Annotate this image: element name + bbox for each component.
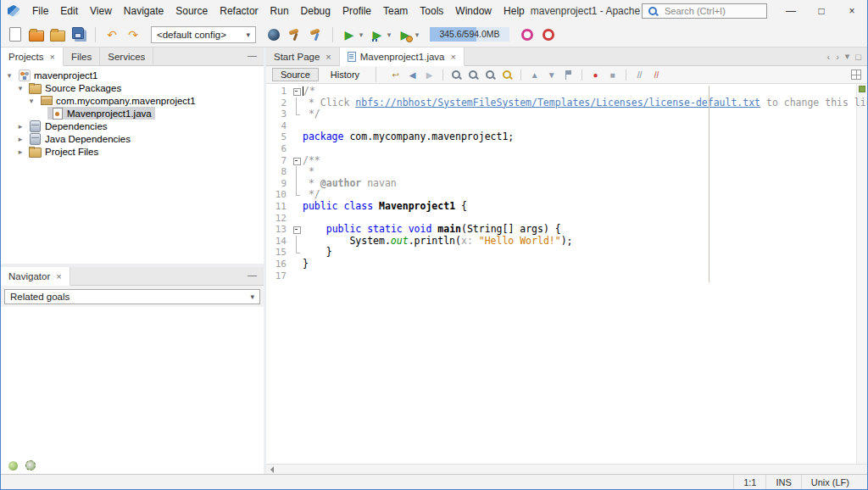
code-line[interactable] xyxy=(292,270,856,282)
new-project-icon[interactable] xyxy=(27,25,46,44)
code-line[interactable] xyxy=(292,120,856,132)
line-number[interactable]: 3 xyxy=(266,109,292,120)
panel-tab-projects[interactable]: Projects× xyxy=(1,47,64,66)
run-menu-icon[interactable]: ▾ xyxy=(357,25,365,44)
menu-navigate[interactable]: Navigate xyxy=(118,3,170,19)
navigator-sort-icon[interactable] xyxy=(7,459,19,471)
menu-help[interactable]: Help xyxy=(498,3,531,19)
editor-tab-start-page[interactable]: Start Page× xyxy=(266,47,340,65)
toggle-bookmark-icon[interactable] xyxy=(562,69,575,81)
debug-menu-icon[interactable]: ▾ xyxy=(385,25,393,44)
code-line[interactable]: /** xyxy=(292,155,856,167)
history-view-button[interactable]: History xyxy=(322,68,368,81)
minimize-panel-icon[interactable]: — xyxy=(248,50,257,60)
last-edit-position-icon[interactable]: ↩ xyxy=(389,69,402,81)
tree-item-project-files[interactable]: ▸Project Files xyxy=(1,145,264,158)
panel-tab-navigator[interactable]: Navigator× xyxy=(1,267,70,286)
toggle-highlight-search-icon[interactable] xyxy=(501,69,514,81)
record-macro-icon[interactable]: ● xyxy=(589,69,602,81)
line-number[interactable]: 16 xyxy=(266,259,292,270)
fold-toggle-icon[interactable] xyxy=(292,224,303,236)
line-number[interactable]: 11 xyxy=(266,201,292,213)
open-project-icon[interactable] xyxy=(48,25,67,44)
code-line[interactable]: public class Mavenproject1 { xyxy=(292,201,856,213)
tree-item-java-dependencies[interactable]: ▸Java Dependencies xyxy=(1,132,264,145)
navigator-scope-select[interactable]: Related goals xyxy=(4,289,260,304)
menu-refactor[interactable]: Refactor xyxy=(214,3,264,19)
close-tab-icon[interactable]: × xyxy=(326,52,331,62)
menu-window[interactable]: Window xyxy=(449,3,498,19)
minimize-panel-icon[interactable]: — xyxy=(248,270,257,280)
tree-item-mavenproject1[interactable]: ▾mavenproject1 xyxy=(1,69,264,81)
editor-tab-mavenproject1-java[interactable]: Mavenproject1.java× xyxy=(340,47,465,66)
close-tab-icon[interactable]: × xyxy=(50,52,55,62)
tree-item-com-mycompany-mavenproject1[interactable]: ▾com.mycompany.mavenproject1 xyxy=(1,94,264,107)
save-all-icon[interactable] xyxy=(70,25,88,44)
tab-scroll-right-icon[interactable]: › xyxy=(836,52,839,62)
line-number[interactable]: 2 xyxy=(266,97,292,109)
line-number[interactable]: 8 xyxy=(266,166,292,178)
comment-icon[interactable]: // xyxy=(633,69,646,81)
line-number[interactable]: 1 xyxy=(266,86,292,97)
maximize-button[interactable]: □ xyxy=(806,0,837,22)
expander-icon[interactable]: ▸ xyxy=(15,135,25,143)
set-default-browser-icon[interactable] xyxy=(264,25,283,44)
code-line[interactable]: */ xyxy=(292,109,856,120)
panel-tab-files[interactable]: Files xyxy=(64,47,100,65)
expander-icon[interactable]: ▾ xyxy=(26,97,36,105)
menu-debug[interactable]: Debug xyxy=(295,3,337,19)
menu-edit[interactable]: Edit xyxy=(54,3,84,19)
horizontal-scrollbar[interactable] xyxy=(266,464,867,474)
line-number-gutter[interactable]: 1234567891011121314151617 xyxy=(266,84,292,464)
undo-icon[interactable]: ↶ xyxy=(103,25,121,44)
code-line[interactable]: * xyxy=(292,166,856,178)
line-number[interactable]: 6 xyxy=(266,143,292,155)
code-line[interactable]: } xyxy=(292,247,856,259)
line-number[interactable]: 5 xyxy=(266,131,292,143)
line-number[interactable]: 15 xyxy=(266,247,292,259)
line-number[interactable]: 14 xyxy=(266,236,292,248)
minimize-button[interactable]: — xyxy=(776,0,806,22)
close-tab-icon[interactable]: × xyxy=(451,52,456,62)
code-line[interactable]: * Click nbfs://nbhost/SystemFileSystem/T… xyxy=(292,97,856,109)
find-selection-icon[interactable] xyxy=(450,69,463,81)
tab-list-icon[interactable]: ▾ xyxy=(845,51,850,62)
expander-icon[interactable]: ▸ xyxy=(15,148,25,156)
profiler-snapshot-icon[interactable] xyxy=(518,25,537,44)
profiler-point-icon[interactable] xyxy=(539,25,558,44)
redo-icon[interactable]: ↷ xyxy=(124,25,142,44)
memory-indicator[interactable]: 345.6/594.0MB xyxy=(430,27,509,42)
code-line[interactable]: * @author navan xyxy=(292,178,856,190)
tab-scroll-left-icon[interactable]: ‹ xyxy=(826,52,830,62)
line-number[interactable]: 4 xyxy=(266,120,292,132)
quick-search-box[interactable] xyxy=(642,3,767,19)
tree-item-source-packages[interactable]: ▾Source Packages xyxy=(1,81,264,94)
stop-macro-icon[interactable]: ■ xyxy=(606,69,619,81)
code-line[interactable]: } xyxy=(292,259,856,270)
maximize-editor-icon[interactable]: □ xyxy=(855,52,861,62)
navigator-filter-icon[interactable] xyxy=(25,459,36,471)
search-input[interactable] xyxy=(663,5,762,17)
code-line[interactable] xyxy=(292,213,856,225)
code-line[interactable]: System.out.println(x: "Hello World!"); xyxy=(292,236,856,248)
find-previous-occurrence-icon[interactable] xyxy=(484,69,497,81)
uncomment-icon[interactable]: // xyxy=(650,69,663,81)
line-number[interactable]: 12 xyxy=(266,213,292,225)
tree-item-mavenproject1-java[interactable]: Mavenproject1.java xyxy=(1,107,264,120)
profile-project-icon[interactable]: ▶ xyxy=(396,25,415,44)
line-number[interactable]: 7 xyxy=(266,155,292,167)
code-line[interactable]: */ xyxy=(292,189,856,201)
profile-menu-icon[interactable]: ▾ xyxy=(413,25,421,44)
expander-icon[interactable]: ▾ xyxy=(15,84,25,92)
editor-grid-icon[interactable] xyxy=(851,70,861,80)
menu-run[interactable]: Run xyxy=(264,3,295,19)
code-line[interactable] xyxy=(292,143,856,155)
forward-icon[interactable]: ▶ xyxy=(423,69,436,81)
menu-team[interactable]: Team xyxy=(377,3,414,19)
code-line[interactable]: /* xyxy=(292,86,856,97)
tree-item-dependencies[interactable]: ▸Dependencies xyxy=(1,120,264,132)
new-file-icon[interactable] xyxy=(6,25,25,44)
debug-project-icon[interactable]: ▶ xyxy=(368,25,387,44)
menu-file[interactable]: File xyxy=(26,3,54,19)
code-line[interactable]: public static void main(String[] args) { xyxy=(292,224,856,236)
